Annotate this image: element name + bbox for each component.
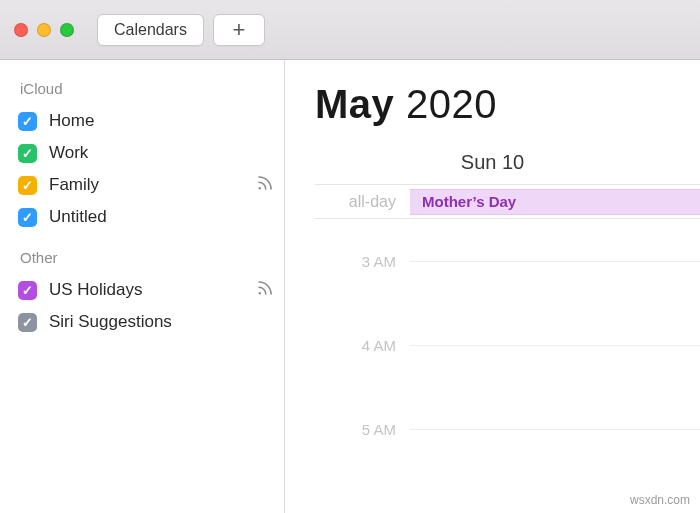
calendar-row-us-holidays[interactable]: ✓ US Holidays [18, 274, 274, 306]
group-label-icloud: iCloud [20, 80, 274, 97]
calendar-row-family[interactable]: ✓ Family [18, 169, 274, 201]
hour-label: 3 AM [315, 253, 410, 270]
calendar-name: Untitled [49, 207, 107, 227]
watermark: wsxdn.com [630, 493, 690, 507]
hour-row: 3 AM [315, 219, 700, 303]
hour-line [410, 429, 700, 430]
hour-line [410, 345, 700, 346]
month-label: May [315, 82, 394, 126]
calendar-row-home[interactable]: ✓ Home [18, 105, 274, 137]
shared-calendar-icon [256, 174, 274, 197]
calendar-checkbox[interactable]: ✓ [18, 208, 37, 227]
calendar-checkbox[interactable]: ✓ [18, 313, 37, 332]
all-day-event[interactable]: Mother’s Day [410, 189, 700, 215]
hour-row: 5 AM [315, 387, 700, 471]
calendar-row-untitled[interactable]: ✓ Untitled [18, 201, 274, 233]
minimize-window-button[interactable] [37, 23, 51, 37]
fullscreen-window-button[interactable] [60, 23, 74, 37]
month-year-title: May 2020 [315, 82, 700, 127]
calendar-row-siri-suggestions[interactable]: ✓ Siri Suggestions [18, 306, 274, 338]
group-label-other: Other [20, 249, 274, 266]
titlebar: Calendars + [0, 0, 700, 60]
hour-label: 5 AM [315, 421, 410, 438]
hour-grid[interactable]: 3 AM 4 AM 5 AM [315, 219, 700, 471]
calendar-name: Work [49, 143, 88, 163]
calendar-name: Family [49, 175, 99, 195]
calendar-main: May 2020 Sun 10 all-day Mother’s Day 3 A… [285, 60, 700, 513]
day-header: Sun 10 [315, 151, 700, 174]
calendar-row-work[interactable]: ✓ Work [18, 137, 274, 169]
hour-label: 4 AM [315, 337, 410, 354]
calendar-name: US Holidays [49, 280, 143, 300]
close-window-button[interactable] [14, 23, 28, 37]
all-day-row: all-day Mother’s Day [315, 185, 700, 219]
plus-icon: + [233, 17, 246, 43]
shared-calendar-icon [256, 279, 274, 302]
calendar-list-sidebar: iCloud ✓ Home ✓ Work ✓ Family ✓ Untitled… [0, 60, 285, 513]
all-day-label: all-day [315, 193, 410, 211]
calendar-checkbox[interactable]: ✓ [18, 176, 37, 195]
svg-point-0 [259, 187, 261, 189]
calendar-name: Home [49, 111, 94, 131]
event-title: Mother’s Day [422, 193, 516, 210]
calendar-checkbox[interactable]: ✓ [18, 144, 37, 163]
svg-point-1 [259, 292, 261, 294]
new-event-button[interactable]: + [213, 14, 265, 46]
year-label: 2020 [406, 82, 497, 126]
content: iCloud ✓ Home ✓ Work ✓ Family ✓ Untitled… [0, 60, 700, 513]
calendar-name: Siri Suggestions [49, 312, 172, 332]
calendars-toggle-label: Calendars [114, 21, 187, 39]
hour-row: 4 AM [315, 303, 700, 387]
calendar-checkbox[interactable]: ✓ [18, 112, 37, 131]
hour-line [410, 261, 700, 262]
calendar-checkbox[interactable]: ✓ [18, 281, 37, 300]
calendars-toggle-button[interactable]: Calendars [97, 14, 204, 46]
window-controls [14, 23, 74, 37]
